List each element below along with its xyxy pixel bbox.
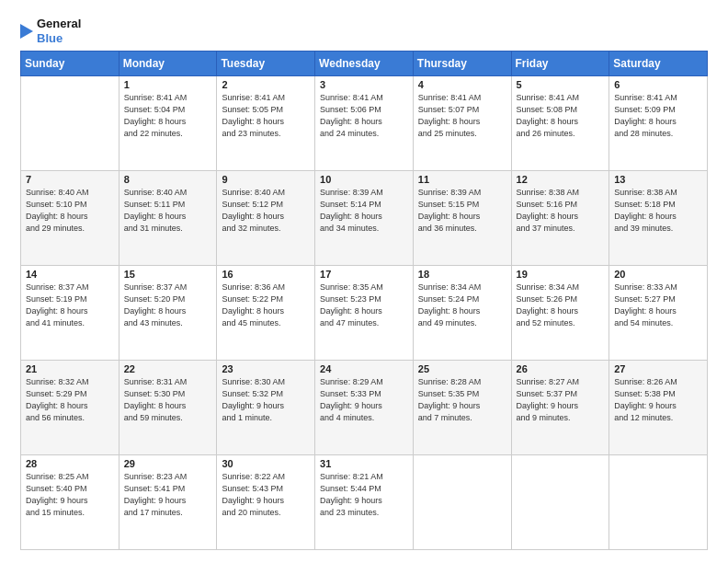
day-number: 31 <box>320 458 408 469</box>
day-number: 15 <box>124 269 212 280</box>
weekday-header-tuesday: Tuesday <box>217 52 315 76</box>
page: GeneralBlue SundayMondayTuesdayWednesday… <box>0 0 728 563</box>
day-info: Sunrise: 8:21 AM Sunset: 5:44 PM Dayligh… <box>320 471 408 519</box>
day-info: Sunrise: 8:40 AM Sunset: 5:10 PM Dayligh… <box>26 187 114 235</box>
day-info: Sunrise: 8:32 AM Sunset: 5:29 PM Dayligh… <box>26 376 114 424</box>
day-info: Sunrise: 8:34 AM Sunset: 5:26 PM Dayligh… <box>517 282 605 329</box>
logo-triangle-icon <box>20 20 33 42</box>
day-info: Sunrise: 8:26 AM Sunset: 5:38 PM Dayligh… <box>614 376 702 424</box>
day-number: 1 <box>124 79 212 90</box>
calendar-cell: 7Sunrise: 8:40 AM Sunset: 5:10 PM Daylig… <box>21 171 119 266</box>
calendar-cell: 23Sunrise: 8:30 AM Sunset: 5:32 PM Dayli… <box>217 361 315 455</box>
day-number: 7 <box>26 174 114 185</box>
calendar-table: SundayMondayTuesdayWednesdayThursdayFrid… <box>20 51 708 550</box>
calendar-cell: 4Sunrise: 8:41 AM Sunset: 5:07 PM Daylig… <box>413 76 511 171</box>
day-info: Sunrise: 8:37 AM Sunset: 5:20 PM Dayligh… <box>124 282 212 329</box>
calendar-cell: 13Sunrise: 8:38 AM Sunset: 5:18 PM Dayli… <box>609 171 708 266</box>
calendar-cell: 5Sunrise: 8:41 AM Sunset: 5:08 PM Daylig… <box>511 76 609 171</box>
calendar-cell: 29Sunrise: 8:23 AM Sunset: 5:41 PM Dayli… <box>119 455 217 550</box>
day-number: 16 <box>222 269 310 280</box>
calendar-cell: 14Sunrise: 8:37 AM Sunset: 5:19 PM Dayli… <box>21 266 119 361</box>
day-info: Sunrise: 8:29 AM Sunset: 5:33 PM Dayligh… <box>320 376 408 424</box>
day-info: Sunrise: 8:22 AM Sunset: 5:43 PM Dayligh… <box>222 471 310 519</box>
day-number: 13 <box>614 174 702 185</box>
day-info: Sunrise: 8:40 AM Sunset: 5:12 PM Dayligh… <box>222 187 310 235</box>
day-number: 29 <box>124 458 212 469</box>
calendar-cell: 11Sunrise: 8:39 AM Sunset: 5:15 PM Dayli… <box>413 171 511 266</box>
day-number: 19 <box>517 269 605 280</box>
day-info: Sunrise: 8:36 AM Sunset: 5:22 PM Dayligh… <box>222 282 310 329</box>
calendar-week-row: 7Sunrise: 8:40 AM Sunset: 5:10 PM Daylig… <box>21 171 708 266</box>
calendar-cell: 6Sunrise: 8:41 AM Sunset: 5:09 PM Daylig… <box>609 76 708 171</box>
calendar-cell: 20Sunrise: 8:33 AM Sunset: 5:27 PM Dayli… <box>609 266 708 361</box>
calendar-cell: 8Sunrise: 8:40 AM Sunset: 5:11 PM Daylig… <box>119 171 217 266</box>
logo: GeneralBlue <box>20 17 81 45</box>
day-number: 5 <box>517 79 605 90</box>
day-number: 2 <box>222 79 310 90</box>
logo-general: General <box>37 17 81 31</box>
day-number: 8 <box>124 174 212 185</box>
day-info: Sunrise: 8:39 AM Sunset: 5:14 PM Dayligh… <box>320 187 408 235</box>
calendar-cell: 15Sunrise: 8:37 AM Sunset: 5:20 PM Dayli… <box>119 266 217 361</box>
calendar-cell: 30Sunrise: 8:22 AM Sunset: 5:43 PM Dayli… <box>217 455 315 550</box>
day-number: 24 <box>320 363 408 374</box>
calendar-cell: 9Sunrise: 8:40 AM Sunset: 5:12 PM Daylig… <box>217 171 315 266</box>
calendar-cell: 25Sunrise: 8:28 AM Sunset: 5:35 PM Dayli… <box>413 361 511 455</box>
day-number: 14 <box>26 269 114 280</box>
day-info: Sunrise: 8:41 AM Sunset: 5:07 PM Dayligh… <box>418 92 506 140</box>
calendar-cell: 10Sunrise: 8:39 AM Sunset: 5:14 PM Dayli… <box>315 171 414 266</box>
calendar-cell: 24Sunrise: 8:29 AM Sunset: 5:33 PM Dayli… <box>315 361 414 455</box>
calendar-week-row: 14Sunrise: 8:37 AM Sunset: 5:19 PM Dayli… <box>21 266 708 361</box>
day-number: 25 <box>418 363 506 374</box>
day-info: Sunrise: 8:35 AM Sunset: 5:23 PM Dayligh… <box>320 282 408 329</box>
calendar-week-row: 28Sunrise: 8:25 AM Sunset: 5:40 PM Dayli… <box>21 455 708 550</box>
day-info: Sunrise: 8:41 AM Sunset: 5:09 PM Dayligh… <box>614 92 702 140</box>
day-info: Sunrise: 8:23 AM Sunset: 5:41 PM Dayligh… <box>124 471 212 519</box>
day-info: Sunrise: 8:38 AM Sunset: 5:16 PM Dayligh… <box>517 187 605 235</box>
day-info: Sunrise: 8:41 AM Sunset: 5:05 PM Dayligh… <box>222 92 310 140</box>
calendar-header-row: SundayMondayTuesdayWednesdayThursdayFrid… <box>21 52 708 76</box>
calendar-cell: 19Sunrise: 8:34 AM Sunset: 5:26 PM Dayli… <box>511 266 609 361</box>
calendar-cell <box>21 76 119 171</box>
day-info: Sunrise: 8:33 AM Sunset: 5:27 PM Dayligh… <box>614 282 702 329</box>
weekday-header-friday: Friday <box>511 52 609 76</box>
calendar-cell <box>511 455 609 550</box>
header: GeneralBlue <box>20 17 708 45</box>
day-number: 10 <box>320 174 408 185</box>
calendar-cell: 1Sunrise: 8:41 AM Sunset: 5:04 PM Daylig… <box>119 76 217 171</box>
weekday-header-monday: Monday <box>119 52 217 76</box>
calendar-cell <box>609 455 708 550</box>
day-info: Sunrise: 8:38 AM Sunset: 5:18 PM Dayligh… <box>614 187 702 235</box>
weekday-header-sunday: Sunday <box>21 52 119 76</box>
day-number: 12 <box>517 174 605 185</box>
day-info: Sunrise: 8:41 AM Sunset: 5:06 PM Dayligh… <box>320 92 408 140</box>
calendar-cell: 16Sunrise: 8:36 AM Sunset: 5:22 PM Dayli… <box>217 266 315 361</box>
calendar-cell: 28Sunrise: 8:25 AM Sunset: 5:40 PM Dayli… <box>21 455 119 550</box>
day-number: 3 <box>320 79 408 90</box>
day-number: 11 <box>418 174 506 185</box>
calendar-cell: 31Sunrise: 8:21 AM Sunset: 5:44 PM Dayli… <box>315 455 414 550</box>
calendar-cell: 2Sunrise: 8:41 AM Sunset: 5:05 PM Daylig… <box>217 76 315 171</box>
weekday-header-saturday: Saturday <box>609 52 708 76</box>
day-info: Sunrise: 8:34 AM Sunset: 5:24 PM Dayligh… <box>418 282 506 329</box>
day-number: 26 <box>517 363 605 374</box>
day-info: Sunrise: 8:39 AM Sunset: 5:15 PM Dayligh… <box>418 187 506 235</box>
day-info: Sunrise: 8:41 AM Sunset: 5:04 PM Dayligh… <box>124 92 212 140</box>
calendar-cell <box>413 455 511 550</box>
day-number: 21 <box>26 363 114 374</box>
day-number: 17 <box>320 269 408 280</box>
day-number: 20 <box>614 269 702 280</box>
weekday-header-thursday: Thursday <box>413 52 511 76</box>
calendar-cell: 27Sunrise: 8:26 AM Sunset: 5:38 PM Dayli… <box>609 361 708 455</box>
calendar-week-row: 21Sunrise: 8:32 AM Sunset: 5:29 PM Dayli… <box>21 361 708 455</box>
calendar-cell: 21Sunrise: 8:32 AM Sunset: 5:29 PM Dayli… <box>21 361 119 455</box>
day-info: Sunrise: 8:37 AM Sunset: 5:19 PM Dayligh… <box>26 282 114 329</box>
day-info: Sunrise: 8:41 AM Sunset: 5:08 PM Dayligh… <box>517 92 605 140</box>
day-number: 23 <box>222 363 310 374</box>
day-number: 9 <box>222 174 310 185</box>
day-number: 6 <box>614 79 702 90</box>
calendar-cell: 17Sunrise: 8:35 AM Sunset: 5:23 PM Dayli… <box>315 266 414 361</box>
day-number: 30 <box>222 458 310 469</box>
calendar-cell: 12Sunrise: 8:38 AM Sunset: 5:16 PM Dayli… <box>511 171 609 266</box>
calendar-cell: 3Sunrise: 8:41 AM Sunset: 5:06 PM Daylig… <box>315 76 414 171</box>
